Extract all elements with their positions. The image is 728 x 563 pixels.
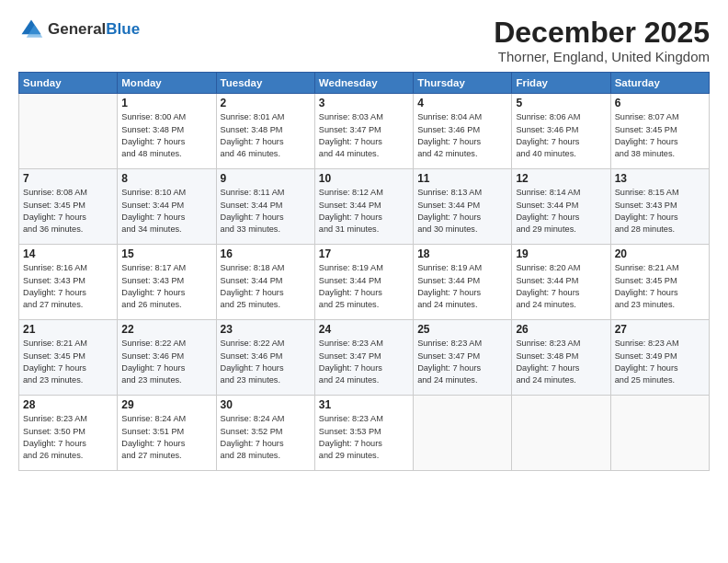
day-number: 8 — [121, 172, 211, 185]
day-info: Sunrise: 8:07 AMSunset: 3:45 PMDaylight:… — [615, 111, 705, 160]
week-row-4: 21Sunrise: 8:21 AMSunset: 3:45 PMDayligh… — [19, 320, 710, 396]
day-number: 23 — [221, 323, 311, 336]
day-info: Sunrise: 8:23 AMSunset: 3:53 PMDaylight:… — [319, 413, 409, 462]
calendar-cell-w5-d1: 28Sunrise: 8:23 AMSunset: 3:50 PMDayligh… — [19, 396, 118, 471]
calendar-cell-w4-d4: 24Sunrise: 8:23 AMSunset: 3:47 PMDayligh… — [314, 320, 413, 396]
calendar-cell-w5-d3: 30Sunrise: 8:24 AMSunset: 3:52 PMDayligh… — [216, 396, 314, 471]
week-row-3: 14Sunrise: 8:16 AMSunset: 3:43 PMDayligh… — [19, 245, 710, 320]
calendar-cell-w3-d1: 14Sunrise: 8:16 AMSunset: 3:43 PMDayligh… — [19, 245, 118, 320]
col-wednesday: Wednesday — [314, 73, 413, 94]
day-info: Sunrise: 8:23 AMSunset: 3:50 PMDaylight:… — [23, 413, 113, 462]
logo-blue: Blue — [106, 20, 140, 38]
col-monday: Monday — [118, 73, 216, 94]
logo-general: General — [48, 20, 106, 38]
day-info: Sunrise: 8:03 AMSunset: 3:47 PMDaylight:… — [319, 111, 409, 160]
day-info: Sunrise: 8:01 AMSunset: 3:48 PMDaylight:… — [221, 111, 311, 160]
calendar-cell-w2-d7: 13Sunrise: 8:15 AMSunset: 3:43 PMDayligh… — [610, 169, 709, 245]
day-number: 2 — [221, 97, 311, 109]
calendar-cell-w2-d2: 8Sunrise: 8:10 AMSunset: 3:44 PMDaylight… — [118, 169, 216, 245]
day-info: Sunrise: 8:21 AMSunset: 3:45 PMDaylight:… — [23, 338, 113, 386]
day-number: 1 — [121, 97, 211, 109]
day-number: 29 — [121, 398, 211, 411]
calendar-cell-w2-d3: 9Sunrise: 8:11 AMSunset: 3:44 PMDaylight… — [216, 169, 314, 245]
day-number: 21 — [23, 323, 113, 336]
location: Thorner, England, United Kingdom — [494, 49, 710, 64]
calendar-cell-w1-d5: 4Sunrise: 8:04 AMSunset: 3:46 PMDaylight… — [414, 94, 512, 169]
calendar-cell-w5-d5 — [414, 396, 512, 471]
day-number: 22 — [121, 323, 211, 336]
day-number: 9 — [221, 172, 311, 185]
calendar-cell-w3-d5: 18Sunrise: 8:19 AMSunset: 3:44 PMDayligh… — [414, 245, 512, 320]
day-number: 11 — [417, 172, 507, 185]
day-number: 7 — [23, 172, 113, 185]
day-info: Sunrise: 8:23 AMSunset: 3:47 PMDaylight:… — [417, 338, 507, 386]
day-number: 10 — [319, 172, 409, 185]
calendar-cell-w5-d6 — [512, 396, 610, 471]
day-info: Sunrise: 8:17 AMSunset: 3:43 PMDaylight:… — [121, 262, 211, 311]
day-info: Sunrise: 8:23 AMSunset: 3:47 PMDaylight:… — [319, 338, 409, 386]
day-info: Sunrise: 8:22 AMSunset: 3:46 PMDaylight:… — [221, 338, 311, 386]
calendar-cell-w4-d7: 27Sunrise: 8:23 AMSunset: 3:49 PMDayligh… — [610, 320, 709, 396]
day-info: Sunrise: 8:04 AMSunset: 3:46 PMDaylight:… — [417, 111, 507, 160]
day-number: 26 — [516, 323, 606, 336]
calendar-cell-w1-d2: 1Sunrise: 8:00 AMSunset: 3:48 PMDaylight… — [118, 94, 216, 169]
day-info: Sunrise: 8:22 AMSunset: 3:46 PMDaylight:… — [121, 338, 211, 386]
calendar-cell-w4-d1: 21Sunrise: 8:21 AMSunset: 3:45 PMDayligh… — [19, 320, 118, 396]
day-number: 13 — [615, 172, 705, 185]
calendar-cell-w5-d4: 31Sunrise: 8:23 AMSunset: 3:53 PMDayligh… — [314, 396, 413, 471]
day-info: Sunrise: 8:16 AMSunset: 3:43 PMDaylight:… — [23, 262, 113, 311]
logo-icon — [18, 17, 44, 42]
day-info: Sunrise: 8:20 AMSunset: 3:44 PMDaylight:… — [516, 262, 606, 311]
week-row-5: 28Sunrise: 8:23 AMSunset: 3:50 PMDayligh… — [19, 396, 710, 471]
day-number: 20 — [615, 247, 705, 260]
week-row-2: 7Sunrise: 8:08 AMSunset: 3:45 PMDaylight… — [19, 169, 710, 245]
calendar-cell-w2-d6: 12Sunrise: 8:14 AMSunset: 3:44 PMDayligh… — [512, 169, 610, 245]
calendar-cell-w4-d6: 26Sunrise: 8:23 AMSunset: 3:48 PMDayligh… — [512, 320, 610, 396]
day-info: Sunrise: 8:10 AMSunset: 3:44 PMDaylight:… — [121, 187, 211, 236]
calendar-cell-w1-d3: 2Sunrise: 8:01 AMSunset: 3:48 PMDaylight… — [216, 94, 314, 169]
day-info: Sunrise: 8:24 AMSunset: 3:52 PMDaylight:… — [221, 413, 311, 462]
day-info: Sunrise: 8:11 AMSunset: 3:44 PMDaylight:… — [221, 187, 311, 236]
logo-text: GeneralBlue — [48, 21, 140, 39]
day-info: Sunrise: 8:19 AMSunset: 3:44 PMDaylight:… — [417, 262, 507, 311]
calendar-cell-w4-d5: 25Sunrise: 8:23 AMSunset: 3:47 PMDayligh… — [414, 320, 512, 396]
day-number: 17 — [319, 247, 409, 260]
col-thursday: Thursday — [414, 73, 512, 94]
day-number: 6 — [615, 97, 705, 109]
day-number: 18 — [417, 247, 507, 260]
calendar-cell-w2-d5: 11Sunrise: 8:13 AMSunset: 3:44 PMDayligh… — [414, 169, 512, 245]
day-info: Sunrise: 8:14 AMSunset: 3:44 PMDaylight:… — [516, 187, 606, 236]
month-title: December 2025 — [494, 17, 710, 49]
day-number: 25 — [417, 323, 507, 336]
day-number: 14 — [23, 247, 113, 260]
day-info: Sunrise: 8:23 AMSunset: 3:48 PMDaylight:… — [516, 338, 606, 386]
day-number: 12 — [516, 172, 606, 185]
calendar-cell-w4-d3: 23Sunrise: 8:22 AMSunset: 3:46 PMDayligh… — [216, 320, 314, 396]
day-number: 31 — [319, 398, 409, 411]
day-info: Sunrise: 8:15 AMSunset: 3:43 PMDaylight:… — [615, 187, 705, 236]
logo: GeneralBlue — [18, 17, 140, 42]
calendar-cell-w1-d7: 6Sunrise: 8:07 AMSunset: 3:45 PMDaylight… — [610, 94, 709, 169]
calendar-cell-w4-d2: 22Sunrise: 8:22 AMSunset: 3:46 PMDayligh… — [118, 320, 216, 396]
calendar-cell-w3-d2: 15Sunrise: 8:17 AMSunset: 3:43 PMDayligh… — [118, 245, 216, 320]
day-number: 16 — [221, 247, 311, 260]
page: GeneralBlue December 2025 Thorner, Engla… — [0, 0, 728, 563]
day-info: Sunrise: 8:13 AMSunset: 3:44 PMDaylight:… — [417, 187, 507, 236]
calendar-cell-w1-d1 — [19, 94, 118, 169]
day-info: Sunrise: 8:06 AMSunset: 3:46 PMDaylight:… — [516, 111, 606, 160]
calendar-cell-w3-d7: 20Sunrise: 8:21 AMSunset: 3:45 PMDayligh… — [610, 245, 709, 320]
col-friday: Friday — [512, 73, 610, 94]
calendar-cell-w3-d4: 17Sunrise: 8:19 AMSunset: 3:44 PMDayligh… — [314, 245, 413, 320]
calendar-cell-w2-d4: 10Sunrise: 8:12 AMSunset: 3:44 PMDayligh… — [314, 169, 413, 245]
day-info: Sunrise: 8:21 AMSunset: 3:45 PMDaylight:… — [615, 262, 705, 311]
day-info: Sunrise: 8:19 AMSunset: 3:44 PMDaylight:… — [319, 262, 409, 311]
day-number: 24 — [319, 323, 409, 336]
day-number: 4 — [417, 97, 507, 109]
week-row-1: 1Sunrise: 8:00 AMSunset: 3:48 PMDaylight… — [19, 94, 710, 169]
calendar-cell-w2-d1: 7Sunrise: 8:08 AMSunset: 3:45 PMDaylight… — [19, 169, 118, 245]
day-number: 3 — [319, 97, 409, 109]
day-number: 5 — [516, 97, 606, 109]
calendar-table: Sunday Monday Tuesday Wednesday Thursday… — [18, 72, 710, 471]
calendar-cell-w5-d2: 29Sunrise: 8:24 AMSunset: 3:51 PMDayligh… — [118, 396, 216, 471]
day-number: 27 — [615, 323, 705, 336]
